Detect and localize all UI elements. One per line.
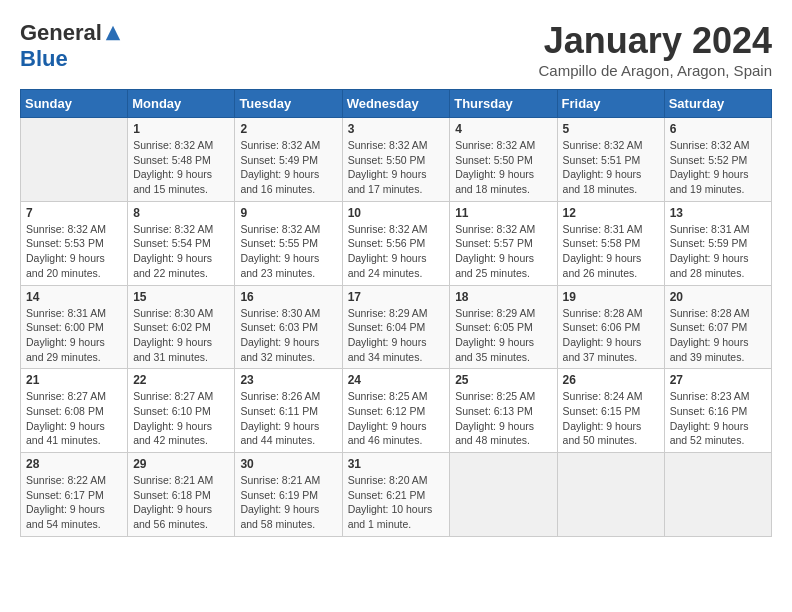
calendar-cell: 29Sunrise: 8:21 AMSunset: 6:18 PMDayligh… [128, 453, 235, 537]
calendar-cell: 12Sunrise: 8:31 AMSunset: 5:58 PMDayligh… [557, 201, 664, 285]
day-number: 14 [26, 290, 122, 304]
calendar-cell: 7Sunrise: 8:32 AMSunset: 5:53 PMDaylight… [21, 201, 128, 285]
day-info: Sunrise: 8:30 AMSunset: 6:02 PMDaylight:… [133, 306, 229, 365]
day-number: 11 [455, 206, 551, 220]
day-number: 18 [455, 290, 551, 304]
day-info: Sunrise: 8:31 AMSunset: 5:58 PMDaylight:… [563, 222, 659, 281]
day-number: 9 [240, 206, 336, 220]
calendar-cell: 3Sunrise: 8:32 AMSunset: 5:50 PMDaylight… [342, 118, 450, 202]
day-number: 28 [26, 457, 122, 471]
day-info: Sunrise: 8:32 AMSunset: 5:48 PMDaylight:… [133, 138, 229, 197]
day-info: Sunrise: 8:21 AMSunset: 6:18 PMDaylight:… [133, 473, 229, 532]
calendar-cell: 19Sunrise: 8:28 AMSunset: 6:06 PMDayligh… [557, 285, 664, 369]
day-info: Sunrise: 8:31 AMSunset: 6:00 PMDaylight:… [26, 306, 122, 365]
col-header-saturday: Saturday [664, 90, 771, 118]
month-title: January 2024 [539, 20, 773, 62]
calendar-cell: 9Sunrise: 8:32 AMSunset: 5:55 PMDaylight… [235, 201, 342, 285]
day-info: Sunrise: 8:32 AMSunset: 5:54 PMDaylight:… [133, 222, 229, 281]
day-info: Sunrise: 8:28 AMSunset: 6:06 PMDaylight:… [563, 306, 659, 365]
calendar-cell: 16Sunrise: 8:30 AMSunset: 6:03 PMDayligh… [235, 285, 342, 369]
calendar-cell: 1Sunrise: 8:32 AMSunset: 5:48 PMDaylight… [128, 118, 235, 202]
calendar-cell: 26Sunrise: 8:24 AMSunset: 6:15 PMDayligh… [557, 369, 664, 453]
day-info: Sunrise: 8:32 AMSunset: 5:51 PMDaylight:… [563, 138, 659, 197]
day-number: 24 [348, 373, 445, 387]
calendar-table: SundayMondayTuesdayWednesdayThursdayFrid… [20, 89, 772, 537]
day-info: Sunrise: 8:31 AMSunset: 5:59 PMDaylight:… [670, 222, 766, 281]
day-info: Sunrise: 8:32 AMSunset: 5:50 PMDaylight:… [348, 138, 445, 197]
calendar-cell: 20Sunrise: 8:28 AMSunset: 6:07 PMDayligh… [664, 285, 771, 369]
day-info: Sunrise: 8:32 AMSunset: 5:50 PMDaylight:… [455, 138, 551, 197]
day-info: Sunrise: 8:25 AMSunset: 6:13 PMDaylight:… [455, 389, 551, 448]
day-info: Sunrise: 8:27 AMSunset: 6:08 PMDaylight:… [26, 389, 122, 448]
col-header-monday: Monday [128, 90, 235, 118]
calendar-cell [664, 453, 771, 537]
svg-marker-0 [106, 26, 120, 40]
logo-blue-text: Blue [20, 46, 68, 71]
calendar-cell: 2Sunrise: 8:32 AMSunset: 5:49 PMDaylight… [235, 118, 342, 202]
calendar-cell: 13Sunrise: 8:31 AMSunset: 5:59 PMDayligh… [664, 201, 771, 285]
day-info: Sunrise: 8:32 AMSunset: 5:56 PMDaylight:… [348, 222, 445, 281]
calendar-cell: 8Sunrise: 8:32 AMSunset: 5:54 PMDaylight… [128, 201, 235, 285]
calendar-cell [21, 118, 128, 202]
day-number: 21 [26, 373, 122, 387]
calendar-week-row: 14Sunrise: 8:31 AMSunset: 6:00 PMDayligh… [21, 285, 772, 369]
calendar-cell: 23Sunrise: 8:26 AMSunset: 6:11 PMDayligh… [235, 369, 342, 453]
day-number: 8 [133, 206, 229, 220]
calendar-cell: 14Sunrise: 8:31 AMSunset: 6:00 PMDayligh… [21, 285, 128, 369]
day-info: Sunrise: 8:32 AMSunset: 5:57 PMDaylight:… [455, 222, 551, 281]
logo-icon [104, 24, 122, 42]
day-number: 30 [240, 457, 336, 471]
day-number: 4 [455, 122, 551, 136]
calendar-cell: 5Sunrise: 8:32 AMSunset: 5:51 PMDaylight… [557, 118, 664, 202]
col-header-thursday: Thursday [450, 90, 557, 118]
day-number: 10 [348, 206, 445, 220]
calendar-cell: 4Sunrise: 8:32 AMSunset: 5:50 PMDaylight… [450, 118, 557, 202]
day-info: Sunrise: 8:29 AMSunset: 6:04 PMDaylight:… [348, 306, 445, 365]
calendar-cell: 17Sunrise: 8:29 AMSunset: 6:04 PMDayligh… [342, 285, 450, 369]
day-number: 27 [670, 373, 766, 387]
day-number: 2 [240, 122, 336, 136]
calendar-week-row: 21Sunrise: 8:27 AMSunset: 6:08 PMDayligh… [21, 369, 772, 453]
day-info: Sunrise: 8:22 AMSunset: 6:17 PMDaylight:… [26, 473, 122, 532]
col-header-sunday: Sunday [21, 90, 128, 118]
calendar-cell [557, 453, 664, 537]
day-info: Sunrise: 8:25 AMSunset: 6:12 PMDaylight:… [348, 389, 445, 448]
title-section: January 2024 Campillo de Aragon, Aragon,… [539, 20, 773, 79]
day-number: 19 [563, 290, 659, 304]
calendar-cell: 31Sunrise: 8:20 AMSunset: 6:21 PMDayligh… [342, 453, 450, 537]
day-number: 5 [563, 122, 659, 136]
calendar-week-row: 28Sunrise: 8:22 AMSunset: 6:17 PMDayligh… [21, 453, 772, 537]
day-number: 23 [240, 373, 336, 387]
day-info: Sunrise: 8:26 AMSunset: 6:11 PMDaylight:… [240, 389, 336, 448]
calendar-cell: 11Sunrise: 8:32 AMSunset: 5:57 PMDayligh… [450, 201, 557, 285]
calendar-cell: 10Sunrise: 8:32 AMSunset: 5:56 PMDayligh… [342, 201, 450, 285]
col-header-friday: Friday [557, 90, 664, 118]
day-number: 6 [670, 122, 766, 136]
day-number: 3 [348, 122, 445, 136]
calendar-week-row: 1Sunrise: 8:32 AMSunset: 5:48 PMDaylight… [21, 118, 772, 202]
calendar-week-row: 7Sunrise: 8:32 AMSunset: 5:53 PMDaylight… [21, 201, 772, 285]
col-header-wednesday: Wednesday [342, 90, 450, 118]
day-info: Sunrise: 8:32 AMSunset: 5:55 PMDaylight:… [240, 222, 336, 281]
calendar-header-row: SundayMondayTuesdayWednesdayThursdayFrid… [21, 90, 772, 118]
day-info: Sunrise: 8:27 AMSunset: 6:10 PMDaylight:… [133, 389, 229, 448]
day-info: Sunrise: 8:32 AMSunset: 5:53 PMDaylight:… [26, 222, 122, 281]
calendar-cell: 21Sunrise: 8:27 AMSunset: 6:08 PMDayligh… [21, 369, 128, 453]
day-number: 16 [240, 290, 336, 304]
day-number: 1 [133, 122, 229, 136]
day-number: 31 [348, 457, 445, 471]
day-number: 15 [133, 290, 229, 304]
location-text: Campillo de Aragon, Aragon, Spain [539, 62, 773, 79]
calendar-cell: 25Sunrise: 8:25 AMSunset: 6:13 PMDayligh… [450, 369, 557, 453]
calendar-cell: 30Sunrise: 8:21 AMSunset: 6:19 PMDayligh… [235, 453, 342, 537]
logo-general-text: General [20, 20, 102, 46]
day-number: 7 [26, 206, 122, 220]
day-info: Sunrise: 8:32 AMSunset: 5:52 PMDaylight:… [670, 138, 766, 197]
col-header-tuesday: Tuesday [235, 90, 342, 118]
day-info: Sunrise: 8:24 AMSunset: 6:15 PMDaylight:… [563, 389, 659, 448]
day-info: Sunrise: 8:32 AMSunset: 5:49 PMDaylight:… [240, 138, 336, 197]
day-number: 13 [670, 206, 766, 220]
day-number: 26 [563, 373, 659, 387]
day-number: 12 [563, 206, 659, 220]
calendar-cell: 15Sunrise: 8:30 AMSunset: 6:02 PMDayligh… [128, 285, 235, 369]
